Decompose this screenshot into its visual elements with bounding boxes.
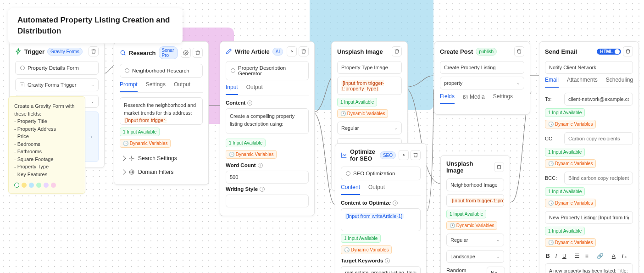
note-color-picker[interactable] [14,183,79,188]
tab-email[interactable]: Email [545,77,559,88]
delete-button[interactable] [299,46,309,56]
word-count-input[interactable] [226,171,309,184]
input-available-pill[interactable]: 1 Input Available [545,227,585,235]
delete-button[interactable] [89,46,99,56]
seo-option[interactable]: SEO Optimization [341,167,421,180]
link-button[interactable]: 🔗 [597,253,604,259]
bcc-input[interactable] [564,172,633,184]
workflow-canvas[interactable]: Automated Property Listing Creation and … [0,0,644,273]
info-icon[interactable]: i [247,100,252,106]
input-available-pill[interactable]: 1 Input Available [545,187,585,196]
tab-fields[interactable]: Fields [440,93,455,104]
settings-button[interactable] [399,150,409,160]
node-unsplash-2[interactable]: Unsplash Image [Input from trigger-1:pro… [440,155,510,273]
tab-media[interactable]: Media [463,93,485,104]
settings-button[interactable] [181,48,191,58]
list-ol-button[interactable]: ≡ [585,253,588,259]
info-icon[interactable]: i [258,163,263,168]
tab-scheduling[interactable]: Scheduling [606,77,633,88]
input-available-pill[interactable]: 1 Input Available [545,108,585,117]
trigger-option[interactable]: Property Details Form [15,61,99,75]
cc-input[interactable] [564,132,633,145]
dynamic-vars-pill[interactable]: 🕓 Dynamic Variables [545,120,596,128]
unsplash-name-input[interactable] [446,178,504,191]
underline-button[interactable]: U [562,253,566,259]
info-icon[interactable]: i [260,187,265,192]
tab-output[interactable]: Output [246,84,263,95]
bold-button[interactable]: B [546,253,550,259]
content-textarea[interactable]: Create a compelling property listing des… [226,108,309,134]
input-available-pill[interactable]: 1 Input Available [446,210,486,218]
dynamic-vars-pill[interactable]: 🕓 Dynamic Variables [120,139,171,148]
node-write-article[interactable]: Write Article AI Property Description Ge… [220,41,315,216]
subject-input[interactable] [545,211,633,224]
delete-button[interactable] [494,162,504,172]
tab-output[interactable]: Output [174,81,190,92]
info-icon[interactable]: i [385,258,390,263]
clear-format-button[interactable]: Tₓ [621,253,627,259]
tab-input[interactable]: Input [226,84,238,95]
input-available-pill[interactable]: 1 Input Available [337,98,377,106]
dynamic-vars-pill[interactable]: 🕓 Dynamic Variables [446,221,497,230]
node-send-email[interactable]: Send Email HTML Email Attachments Schedu… [539,41,639,273]
input-available-pill[interactable]: 1 Input Available [226,139,266,147]
unsplash-query-input[interactable]: [Input from trigger-1:property_type] [337,77,402,95]
tab-output[interactable]: Output [368,184,385,195]
writing-style-input[interactable] [226,195,309,207]
node-research[interactable]: Research Sonar Pro Neighborhood Research… [114,41,209,185]
random-select[interactable]: No⌄ [487,267,505,273]
size-select[interactable]: Regular⌄ [337,122,402,134]
tab-settings[interactable]: Settings [493,93,513,104]
tab-settings[interactable]: Settings [146,81,166,92]
note-color-option[interactable] [14,183,19,188]
dynamic-vars-pill[interactable]: 🕓 Dynamic Variables [341,245,392,254]
domain-filters-accordion[interactable]: Domain Filters [120,165,203,179]
tab-prompt[interactable]: Prompt [120,81,138,92]
sticky-note[interactable]: Create a Gravity Form with these fields:… [8,96,85,194]
delete-button[interactable] [193,48,203,58]
unsplash-name-input[interactable] [337,61,402,74]
delete-button[interactable] [514,46,524,56]
info-icon[interactable]: i [393,201,398,206]
input-available-pill[interactable]: 1 Input Available [545,148,585,156]
post-type-select[interactable]: property⌄ [440,77,524,89]
delete-button[interactable] [392,46,402,56]
delete-button[interactable] [411,150,421,160]
cto-textarea[interactable]: [Input from writeArticle-1] [341,208,421,231]
delete-button[interactable] [623,46,633,56]
note-color-option[interactable] [36,183,41,188]
dynamic-vars-pill[interactable]: 🕓 Dynamic Variables [545,238,596,247]
search-settings-accordion[interactable]: Search Settings [120,151,203,165]
trigger-type-select[interactable]: Gravity Forms Trigger ⌄ [15,78,99,91]
settings-button[interactable] [287,46,297,56]
text-color-button[interactable]: A [612,253,616,259]
email-body-textarea[interactable]: A new property has been listed: Title: [… [545,263,633,273]
dynamic-vars-pill[interactable]: 🕓 Dynamic Variables [226,150,277,159]
input-available-pill[interactable]: 1 Input Available [120,128,160,136]
tab-content[interactable]: Content [341,184,360,195]
write-option[interactable]: Property Description Generator [226,61,309,80]
italic-button[interactable]: I [555,253,557,259]
keywords-input[interactable] [341,266,421,273]
html-toggle[interactable]: HTML [597,49,621,55]
note-color-option[interactable] [44,183,49,188]
dynamic-vars-pill[interactable]: 🕓 Dynamic Variables [337,109,388,118]
research-option[interactable]: Neighborhood Research [120,64,203,78]
input-available-pill[interactable]: 1 Input Available [341,234,381,243]
to-input[interactable] [564,93,633,106]
tab-attachments[interactable]: Attachments [567,77,598,88]
note-color-option[interactable] [51,183,56,188]
dynamic-vars-pill[interactable]: 🕓 Dynamic Variables [545,199,596,207]
note-color-option[interactable] [29,183,34,188]
node-create-post[interactable]: Create Post publish property⌄ Fields Med… [434,41,530,115]
list-ul-button[interactable]: ☰ [575,253,580,259]
email-name-input[interactable] [545,61,633,74]
post-name-input[interactable] [440,61,524,74]
dynamic-vars-pill[interactable]: 🕓 Dynamic Variables [545,159,596,168]
size-select[interactable]: Regular⌄ [446,234,504,246]
unsplash-query-input[interactable]: [Input from trigger-1:property_address] [446,194,504,207]
orientation-select[interactable]: Landscape⌄ [446,250,504,263]
note-color-option[interactable] [22,183,27,188]
node-seo[interactable]: Optimize for SEO SEO SEO Optimization Co… [335,143,427,273]
research-prompt-textarea[interactable]: Research the neighborhood and market tre… [120,97,203,125]
